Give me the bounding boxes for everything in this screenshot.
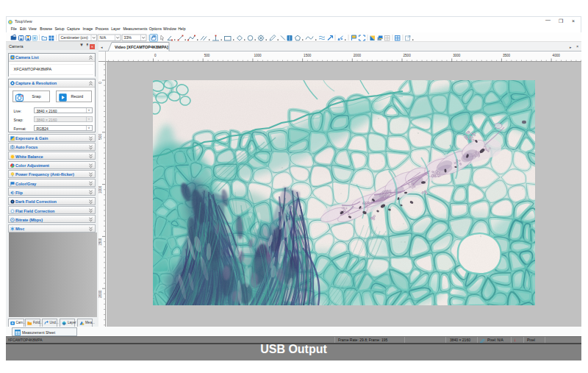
- svg-text:33%: 33%: [124, 35, 132, 40]
- svg-text:Centimeter (cm): Centimeter (cm): [61, 35, 88, 40]
- svg-text:2000: 2000: [353, 54, 361, 57]
- svg-text:2500: 2500: [403, 54, 411, 57]
- svg-text:0: 0: [98, 82, 102, 84]
- svg-text:1000: 1000: [254, 54, 262, 57]
- svg-text:2000: 2000: [98, 290, 102, 298]
- svg-text:0: 0: [154, 54, 157, 57]
- svg-text:1000: 1000: [98, 185, 102, 193]
- svg-text:3000: 3000: [453, 54, 461, 57]
- svg-text:4000: 4000: [552, 54, 560, 57]
- svg-text:N/A: N/A: [100, 35, 107, 40]
- svg-text:3500: 3500: [502, 54, 510, 57]
- svg-text:500: 500: [204, 54, 209, 57]
- svg-text:500: 500: [98, 134, 102, 140]
- svg-text:1500: 1500: [98, 238, 102, 246]
- svg-text:1500: 1500: [304, 54, 312, 57]
